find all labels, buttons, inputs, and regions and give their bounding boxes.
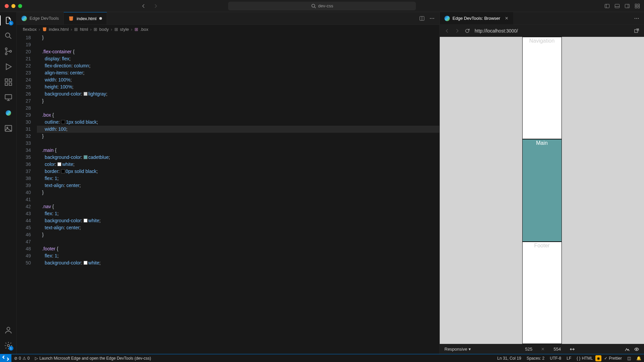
- editor-tabs: Edge DevTools index.html: [17, 12, 439, 25]
- edge-icon: [444, 16, 450, 21]
- url-input[interactable]: [475, 28, 629, 34]
- breadcrumb-item[interactable]: style: [120, 27, 129, 32]
- activity-bar: 1 1: [0, 12, 17, 354]
- browser-toolbar: [440, 25, 644, 37]
- tab-label: index.html: [76, 16, 96, 21]
- tab-index-html[interactable]: index.html: [64, 12, 107, 24]
- notifications-icon[interactable]: 🔔: [634, 355, 644, 361]
- explorer-badge: 1: [9, 21, 13, 25]
- accounts-icon[interactable]: [4, 326, 13, 335]
- emulate-vision-icon[interactable]: [634, 347, 639, 352]
- forward-button[interactable]: [153, 3, 158, 9]
- error-icon: ⊘: [14, 356, 17, 361]
- editor-area: Edge DevTools index.html flexbox› index.…: [17, 12, 439, 354]
- source-control-icon[interactable]: [4, 47, 13, 56]
- panel-tabs: Edge DevTools: Browser ✕: [440, 12, 644, 25]
- customize-layout-icon[interactable]: [635, 3, 640, 9]
- browser-preview[interactable]: Navigation Main Footer: [440, 37, 644, 344]
- svg-rect-7: [638, 6, 640, 8]
- svg-rect-16: [5, 95, 12, 99]
- toggle-secondary-sidebar-icon[interactable]: [625, 3, 630, 9]
- dimension-separator: ✕: [541, 347, 545, 352]
- tab-edge-devtools[interactable]: Edge DevTools: [17, 12, 64, 24]
- language-mode-button[interactable]: { } HTML: [574, 355, 595, 361]
- command-center-text: dev-css: [318, 3, 333, 8]
- explorer-icon[interactable]: 1: [4, 16, 13, 25]
- svg-rect-4: [635, 4, 637, 6]
- svg-rect-15: [9, 79, 12, 81]
- indentation-button[interactable]: Spaces: 2: [524, 355, 547, 361]
- panel-tab-label: Edge DevTools: Browser: [452, 16, 500, 21]
- status-bar: ⊘0 ⚠0 ▷Launch Microsoft Edge and open th…: [0, 354, 644, 362]
- browser-back-icon[interactable]: [444, 28, 450, 34]
- viewport-width-input[interactable]: [520, 347, 537, 352]
- svg-rect-2: [615, 4, 620, 8]
- remote-explorer-icon[interactable]: [4, 93, 13, 102]
- svg-rect-3: [625, 4, 630, 8]
- svg-point-8: [5, 33, 10, 37]
- edge-tools-icon[interactable]: [4, 109, 13, 117]
- preview-main: Main: [522, 139, 562, 241]
- search-activity-icon[interactable]: [4, 32, 13, 40]
- svg-rect-6: [635, 6, 637, 8]
- maximize-window-button[interactable]: [18, 4, 22, 8]
- rotate-icon[interactable]: [570, 347, 575, 352]
- warning-icon: ⚠: [22, 356, 26, 361]
- svg-rect-12: [5, 79, 8, 81]
- run-debug-icon[interactable]: [4, 62, 13, 71]
- more-actions-icon[interactable]: [634, 16, 639, 21]
- svg-point-11: [9, 50, 11, 52]
- viewport-height-input[interactable]: [549, 347, 566, 352]
- history-nav: [141, 3, 158, 9]
- close-icon[interactable]: ✕: [505, 16, 508, 21]
- layout-controls: [604, 3, 640, 9]
- svg-point-24: [433, 18, 434, 19]
- launch-edge-button[interactable]: ▷Launch Microsoft Edge and open the Edge…: [32, 356, 154, 361]
- preview-nav: Navigation: [522, 37, 562, 139]
- html-file-icon: [68, 16, 74, 21]
- encoding-button[interactable]: UTF-8: [547, 355, 564, 361]
- eol-button[interactable]: LF: [564, 355, 574, 361]
- breadcrumb-item[interactable]: flexbox: [23, 27, 37, 32]
- chevron-down-icon: ▾: [469, 347, 471, 352]
- prettier-button[interactable]: ✓ Prettier: [601, 355, 625, 361]
- devtools-panel: Edge DevTools: Browser ✕ Navigation Main…: [439, 12, 644, 354]
- svg-point-0: [312, 4, 315, 7]
- settings-gear-icon[interactable]: 1: [4, 341, 13, 350]
- svg-rect-1: [605, 4, 609, 8]
- edge-icon: [21, 16, 27, 21]
- split-editor-icon[interactable]: [419, 16, 425, 21]
- device-mode-dropdown[interactable]: Responsive ▾: [444, 347, 471, 352]
- svg-point-20: [7, 345, 9, 347]
- code-editor[interactable]: 1819202122232425262728293031323334353637…: [17, 34, 439, 354]
- remote-button[interactable]: [0, 354, 11, 362]
- command-center[interactable]: dev-css: [228, 2, 416, 10]
- feedback-icon[interactable]: ◫: [625, 355, 634, 361]
- modified-indicator-icon: [99, 17, 102, 20]
- html-file-icon: [42, 26, 47, 32]
- breadcrumb-item[interactable]: index.html: [49, 27, 69, 32]
- copilot-icon[interactable]: ◉: [595, 355, 601, 361]
- tab-devtools-browser[interactable]: Edge DevTools: Browser ✕: [440, 12, 513, 24]
- debug-icon: ▷: [35, 356, 38, 361]
- problems-button[interactable]: ⊘0 ⚠0: [11, 356, 32, 361]
- toggle-panel-icon[interactable]: [614, 3, 620, 9]
- breadcrumb[interactable]: flexbox› index.html› ⊞html› ⊞body› ⊞styl…: [17, 25, 439, 34]
- image-icon[interactable]: [4, 124, 13, 133]
- extensions-icon[interactable]: [4, 78, 13, 86]
- more-actions-icon[interactable]: [429, 16, 435, 21]
- browser-forward-icon[interactable]: [454, 28, 460, 34]
- cursor-position[interactable]: Ln 31, Col 19: [495, 355, 524, 361]
- settings-badge: 1: [9, 346, 13, 351]
- breadcrumb-item[interactable]: body: [99, 27, 109, 32]
- screenshot-icon[interactable]: [625, 347, 630, 352]
- close-window-button[interactable]: [5, 4, 9, 8]
- breadcrumb-item[interactable]: .box: [140, 27, 149, 32]
- toggle-primary-sidebar-icon[interactable]: [604, 3, 610, 9]
- back-button[interactable]: [141, 3, 146, 9]
- code-content[interactable]: } .flex-container { display: flex; flex-…: [37, 34, 439, 354]
- browser-reload-icon[interactable]: [465, 28, 470, 34]
- minimize-window-button[interactable]: [11, 4, 15, 8]
- breadcrumb-item[interactable]: html: [80, 27, 88, 32]
- open-external-icon[interactable]: [634, 28, 639, 34]
